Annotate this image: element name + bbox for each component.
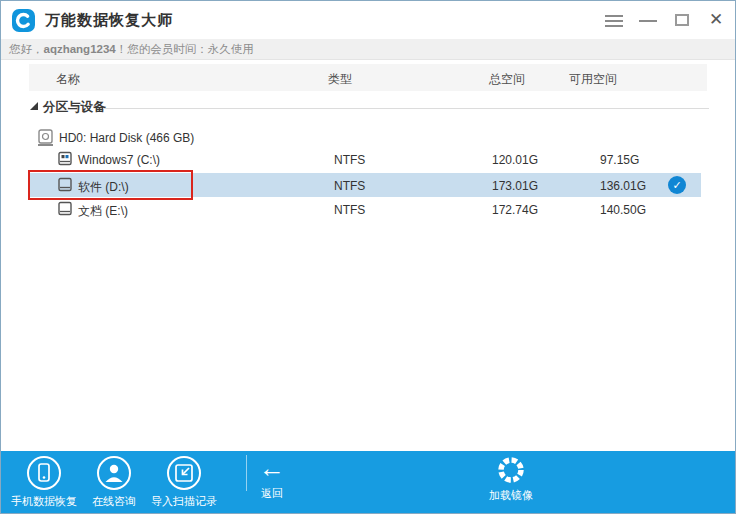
username: aqzhang1234 xyxy=(44,43,116,55)
load-image-button[interactable]: 加载镜像 xyxy=(473,455,549,503)
load-image-icon xyxy=(473,455,549,485)
system-drive-icon xyxy=(57,151,73,171)
menu-icon[interactable] xyxy=(597,1,631,39)
partition-name: Windows7 (C:\) xyxy=(78,153,160,167)
online-support-button[interactable]: 在线咨询 xyxy=(76,456,152,509)
action-label: 导入扫描记录 xyxy=(146,494,222,509)
tree-group-label: 分区与设备 xyxy=(43,99,106,116)
import-scan-record-button[interactable]: 导入扫描记录 xyxy=(146,456,222,509)
app-logo-icon xyxy=(12,9,35,32)
partition-total: 173.01G xyxy=(492,179,538,193)
close-icon[interactable]: ✕ xyxy=(699,1,733,39)
tree-expand-icon[interactable] xyxy=(30,102,38,110)
window-title: 万能数据恢复大师 xyxy=(45,11,173,30)
load-image-label: 加载镜像 xyxy=(473,488,549,503)
drive-icon xyxy=(57,177,73,197)
partition-name: 文档 (E:\) xyxy=(78,203,128,220)
partition-row-d-selected[interactable]: 软件 (D:\) NTFS 173.01G 136.01G ✓ xyxy=(29,173,701,197)
partition-row-e[interactable]: 文档 (E:\) NTFS 172.74G 140.50G xyxy=(29,197,701,221)
partition-type: NTFS xyxy=(334,179,365,193)
partition-name: 软件 (D:\) xyxy=(78,179,129,196)
footer-toolbar: 手机数据恢复 在线咨询 导入扫描记录 ← xyxy=(1,451,735,514)
partition-total: 172.74G xyxy=(492,203,538,217)
title-bar: 万能数据恢复大师 ✕ xyxy=(1,1,735,39)
back-label: 返回 xyxy=(243,486,301,501)
greeting-suffix: ！您的会员时间：永久使用 xyxy=(116,43,254,55)
phone-icon xyxy=(27,456,61,490)
partition-type: NTFS xyxy=(334,153,365,167)
action-label: 手机数据恢复 xyxy=(6,494,82,509)
group-divider xyxy=(103,108,709,109)
partition-row-c[interactable]: Windows7 (C:\) NTFS 120.01G 97.15G xyxy=(29,147,701,171)
partition-free: 140.50G xyxy=(600,203,646,217)
app-window: 万能数据恢复大师 ✕ 您好，aqzhang1234！您的会员时间：永久使用 名称… xyxy=(0,0,736,514)
partition-total: 120.01G xyxy=(492,153,538,167)
col-header-type: 类型 xyxy=(328,71,352,88)
partition-type: NTFS xyxy=(334,203,365,217)
back-button[interactable]: ← 返回 xyxy=(243,453,301,501)
phone-recovery-button[interactable]: 手机数据恢复 xyxy=(6,456,82,509)
selected-check-icon[interactable]: ✓ xyxy=(668,176,686,194)
col-header-free: 可用空间 xyxy=(569,71,617,88)
partition-free: 136.01G xyxy=(600,179,646,193)
tree-group-partitions[interactable]: 分区与设备 xyxy=(29,99,709,115)
greeting-prefix: 您好， xyxy=(9,43,44,55)
action-label: 在线咨询 xyxy=(76,494,152,509)
drive-icon xyxy=(57,201,73,221)
col-header-name: 名称 xyxy=(56,71,80,88)
col-header-total: 总空间 xyxy=(489,71,525,88)
member-status-bar: 您好，aqzhang1234！您的会员时间：永久使用 xyxy=(1,39,735,60)
maximize-icon[interactable] xyxy=(665,1,699,39)
device-label: HD0: Hard Disk (466 GB) xyxy=(59,131,194,145)
partition-free: 97.15G xyxy=(600,153,639,167)
import-icon xyxy=(167,456,201,490)
minimize-icon[interactable] xyxy=(631,1,665,39)
back-arrow-icon: ← xyxy=(243,453,301,483)
table-header: 名称 类型 总空间 可用空间 xyxy=(29,64,707,91)
person-icon xyxy=(97,456,131,490)
